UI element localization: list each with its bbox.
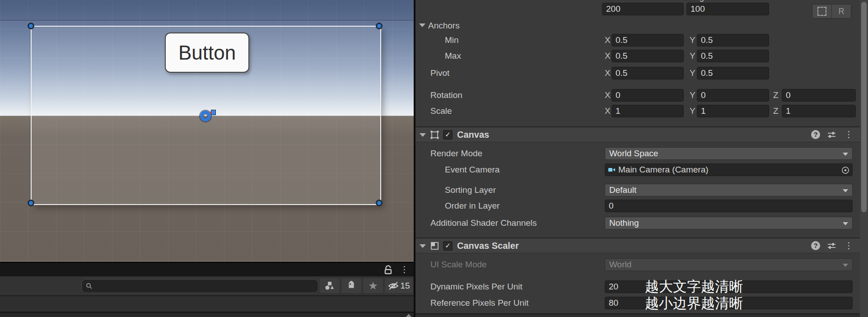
rotation-z-field[interactable]: 0 — [782, 89, 856, 102]
anchors-foldout-row[interactable]: Anchors — [415, 19, 860, 32]
rotation-row: Rotation X 0 Y 0 Z 0 — [415, 89, 860, 102]
order-in-layer-label: Order in Layer — [445, 201, 499, 211]
rect-handle-top-right[interactable] — [376, 23, 383, 29]
canvas-component-header[interactable]: ✓ Canvas ? ⋮ — [415, 126, 860, 142]
presets-icon[interactable] — [827, 242, 836, 250]
rect-handle-bottom-left[interactable] — [28, 200, 34, 206]
additional-shader-channels-label: Additional Shader Channels — [430, 218, 537, 228]
rotation-label: Rotation — [430, 90, 462, 100]
scene-view[interactable]: Button — [0, 0, 414, 262]
rotation-y-field[interactable]: 0 — [697, 89, 769, 102]
dropdown-arrow-icon — [843, 222, 848, 225]
hidden-objects-toggle[interactable]: 15 — [385, 278, 413, 293]
tag-icon — [346, 281, 356, 291]
foldout-triangle-icon — [420, 244, 426, 248]
anchor-min-x-field[interactable]: 0.5 — [611, 34, 684, 47]
render-mode-label: Render Mode — [430, 149, 482, 158]
annotation-reference-text: 越小边界越清晰 — [645, 294, 743, 313]
scene-ui-button[interactable]: Button — [165, 33, 249, 73]
canvas-enabled-checkbox[interactable]: ✓ — [443, 130, 453, 140]
search-input[interactable] — [95, 281, 305, 291]
annotation-dynamic-text: 越大文字越清晰 — [645, 277, 743, 296]
dropdown-arrow-icon — [843, 189, 848, 192]
bottom-panel-strip — [0, 312, 414, 317]
panel-header-bar: ⋮ — [0, 262, 414, 277]
order-in-layer-field[interactable]: 0 — [605, 200, 853, 212]
rotation-x-field[interactable]: 0 — [611, 89, 684, 102]
dashed-rect-icon — [817, 7, 826, 16]
canvas-scaler-title: Canvas Scaler — [457, 241, 519, 251]
object-picker-icon[interactable] — [841, 166, 849, 174]
inspector-panel: Height 200 100 R Anchors Min X 0.5 Y 0.5 — [415, 0, 860, 317]
anchor-max-x-field[interactable]: 0.5 — [611, 50, 684, 62]
sorting-layer-dropdown[interactable]: Default — [605, 184, 853, 196]
additional-shader-channels-row: Additional Shader Channels Nothing — [415, 217, 860, 229]
anchors-label: Anchors — [428, 21, 460, 31]
anchor-min-y-field[interactable]: 0.5 — [697, 34, 769, 47]
camera-icon — [608, 167, 616, 173]
rect-handle-top-left[interactable] — [28, 23, 34, 29]
canvas-component-icon — [430, 130, 439, 140]
pivot-label: Pivot — [430, 68, 449, 78]
max-label: Max — [445, 51, 461, 61]
order-in-layer-row: Order in Layer 0 — [415, 200, 860, 212]
help-icon[interactable]: ? — [811, 130, 820, 139]
scale-x-field[interactable]: 1 — [611, 105, 684, 117]
component-menu-kebab-icon[interactable]: ⋮ — [845, 129, 853, 140]
unlock-icon[interactable] — [383, 265, 393, 275]
anchor-min-row: Min X 0.5 Y 0.5 — [415, 34, 860, 47]
rect-handle-bottom-right[interactable] — [376, 200, 383, 206]
width-field[interactable]: 200 — [602, 3, 684, 15]
scale-row: Scale X 1 Y 1 Z 1 — [415, 105, 860, 117]
height-field[interactable]: 100 — [686, 3, 769, 15]
blueprint-mode-button[interactable] — [812, 4, 832, 19]
pivot-x-field[interactable]: 0.5 — [611, 67, 684, 79]
dynamic-pixels-row: Dynamic Pixels Per Unit 20 — [415, 280, 860, 293]
scale-z-field[interactable]: 1 — [782, 105, 856, 117]
render-mode-dropdown[interactable]: World Space — [605, 147, 853, 160]
search-toolbar: ★ 15 — [0, 276, 414, 297]
hidden-objects-count: 15 — [400, 281, 410, 291]
rect-tool-badge-icon — [211, 110, 216, 115]
search-icon — [86, 283, 93, 289]
scroll-up-arrow-icon[interactable] — [406, 314, 411, 317]
pivot-row: Pivot X 0.5 Y 0.5 — [415, 67, 860, 79]
scale-y-field[interactable]: 1 — [697, 105, 769, 117]
star-icon: ★ — [368, 281, 378, 291]
component-menu-kebab-icon[interactable]: ⋮ — [845, 240, 853, 251]
size-row: 200 100 R — [415, 3, 860, 15]
inspector-bottom-divider — [415, 313, 860, 317]
sorting-layer-label: Sorting Layer — [445, 185, 496, 195]
anchor-max-y-field[interactable]: 0.5 — [697, 50, 769, 62]
foldout-triangle-icon — [419, 23, 425, 27]
pivot-gizmo-icon[interactable] — [200, 111, 211, 121]
inspector-scrollbar[interactable] — [860, 0, 868, 317]
additional-shader-channels-dropdown[interactable]: Nothing — [605, 217, 853, 229]
search-field[interactable] — [81, 279, 318, 293]
raw-edit-mode-button[interactable]: R — [831, 4, 851, 19]
reference-pixels-label: Reference Pixels Per Unit — [430, 298, 529, 308]
favorites-button[interactable]: ★ — [363, 278, 383, 293]
foldout-triangle-icon — [420, 133, 426, 137]
panel-menu-kebab-icon[interactable]: ⋮ — [400, 264, 409, 275]
dynamic-pixels-label: Dynamic Pixels Per Unit — [430, 282, 523, 292]
eye-slash-icon — [387, 281, 399, 291]
event-camera-object-field[interactable]: Main Camera (Camera) — [605, 163, 853, 176]
canvas-scaler-component-icon — [430, 241, 439, 251]
ui-scale-mode-dropdown: World — [605, 258, 853, 271]
list-empty-area — [0, 296, 414, 312]
event-camera-label: Event Camera — [445, 165, 499, 175]
filter-by-type-button[interactable] — [320, 278, 340, 293]
canvas-scaler-component-header[interactable]: ✓ Canvas Scaler ? ⋮ — [415, 238, 860, 253]
pivot-y-field[interactable]: 0.5 — [697, 67, 769, 79]
filter-by-label-button[interactable] — [341, 278, 361, 293]
ui-scale-mode-label: UI Scale Mode — [430, 260, 487, 270]
help-icon[interactable]: ? — [811, 241, 820, 250]
scene-sky-gridband — [0, 0, 414, 21]
height-label-clipped: Height — [686, 0, 727, 2]
min-label: Min — [445, 35, 459, 45]
canvas-scaler-enabled-checkbox[interactable]: ✓ — [443, 241, 453, 251]
presets-icon[interactable] — [827, 131, 836, 139]
scrollbar-thumb[interactable] — [861, 2, 867, 212]
canvas-title: Canvas — [457, 130, 489, 140]
